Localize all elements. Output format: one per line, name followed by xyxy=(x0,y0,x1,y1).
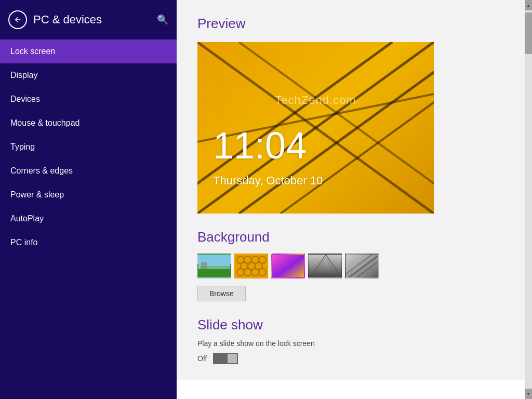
sidebar-title: PC & devices xyxy=(33,13,151,26)
background-title: Background xyxy=(197,229,511,245)
slideshow-toggle[interactable] xyxy=(213,353,238,364)
sidebar-item-typing[interactable]: Typing xyxy=(0,135,177,159)
sidebar-item-autoplay[interactable]: AutoPlay xyxy=(0,207,177,231)
thumbnail-4[interactable] xyxy=(308,254,342,278)
background-thumbnails xyxy=(197,254,511,278)
sidebar-item-devices[interactable]: Devices xyxy=(0,87,177,111)
preview-date: Thursday, October 10 xyxy=(213,174,323,188)
sidebar-item-mouse-touchpad[interactable]: Mouse & touchpad xyxy=(0,111,177,135)
slideshow-title: Slide show xyxy=(197,317,511,333)
toggle-off-label: Off xyxy=(197,354,207,363)
scroll-down-button[interactable]: ▼ xyxy=(525,389,532,399)
toggle-row: Off xyxy=(197,353,511,364)
svg-rect-23 xyxy=(272,255,305,278)
preview-time: 11:04 xyxy=(213,124,307,167)
sidebar-header: PC & devices 🔍 xyxy=(0,0,177,39)
sidebar: PC & devices 🔍 Lock screen Display Devic… xyxy=(0,0,177,399)
thumbnail-2[interactable] xyxy=(234,254,268,278)
preview-container: TechZend.com 11:04 Thursday, October 10 xyxy=(197,42,434,214)
preview-title: Preview xyxy=(197,16,511,32)
back-button[interactable] xyxy=(8,10,27,29)
sidebar-item-display[interactable]: Display xyxy=(0,63,177,87)
slideshow-description: Play a slide show on the lock screen xyxy=(197,339,511,348)
svg-rect-10 xyxy=(200,266,231,269)
browse-button[interactable]: Browse xyxy=(197,286,246,301)
svg-rect-8 xyxy=(198,269,231,278)
sidebar-item-corners-edges[interactable]: Corners & edges xyxy=(0,159,177,183)
sidebar-item-lock-screen[interactable]: Lock screen xyxy=(0,39,177,63)
main-content: Preview TechZend.com 11:04 Thursday, Oct… xyxy=(177,0,532,380)
scroll-up-button[interactable]: ▲ xyxy=(525,0,532,10)
sidebar-item-power-sleep[interactable]: Power & sleep xyxy=(0,183,177,207)
scroll-thumb[interactable] xyxy=(525,12,532,54)
scrollbar: ▲ ▼ xyxy=(525,0,532,399)
sidebar-item-pc-info[interactable]: PC info xyxy=(0,231,177,255)
thumbnail-1[interactable] xyxy=(197,254,231,278)
preview-watermark: TechZend.com xyxy=(275,94,356,107)
thumbnail-5[interactable] xyxy=(345,254,379,278)
search-icon[interactable]: 🔍 xyxy=(157,14,168,25)
thumbnail-3[interactable] xyxy=(271,254,305,278)
